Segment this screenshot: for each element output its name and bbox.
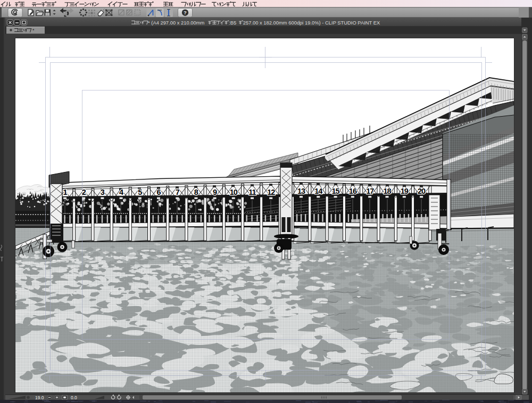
svg-text:15: 15 — [332, 187, 340, 195]
svg-text:7: 7 — [176, 188, 180, 196]
svg-text:* (A4 297.00 x 210.00mm: * (A4 297.00 x 210.00mm — [148, 20, 205, 26]
svg-text:20: 20 — [418, 187, 426, 195]
svg-text:8: 8 — [194, 188, 198, 196]
svg-text:17: 17 — [366, 187, 374, 195]
svg-text:19: 19 — [401, 187, 409, 195]
svg-text:18: 18 — [383, 187, 391, 195]
svg-text::B5: :B5 — [229, 20, 236, 26]
svg-text:*: * — [32, 28, 35, 33]
svg-text:5: 5 — [138, 188, 142, 196]
svg-text:10: 10 — [230, 188, 238, 196]
svg-text:9: 9 — [213, 188, 217, 196]
svg-text:3: 3 — [101, 188, 105, 196]
svg-text:1: 1 — [63, 188, 67, 196]
svg-text:257.00 x 182.00mm 600dpi 19.0%: 257.00 x 182.00mm 600dpi 19.0%) - CLIP S… — [243, 20, 380, 26]
svg-text:12: 12 — [267, 188, 275, 196]
svg-text:2: 2 — [82, 188, 86, 196]
svg-text:13: 13 — [297, 187, 305, 195]
svg-text:0.0: 0.0 — [71, 395, 77, 400]
svg-text:16: 16 — [349, 187, 357, 195]
svg-text:6: 6 — [156, 188, 161, 196]
svg-text:4: 4 — [119, 188, 123, 196]
svg-text:19.0: 19.0 — [35, 395, 44, 400]
svg-text:11: 11 — [248, 188, 256, 196]
svg-text:?: ? — [184, 10, 187, 15]
svg-text:14: 14 — [314, 187, 322, 195]
